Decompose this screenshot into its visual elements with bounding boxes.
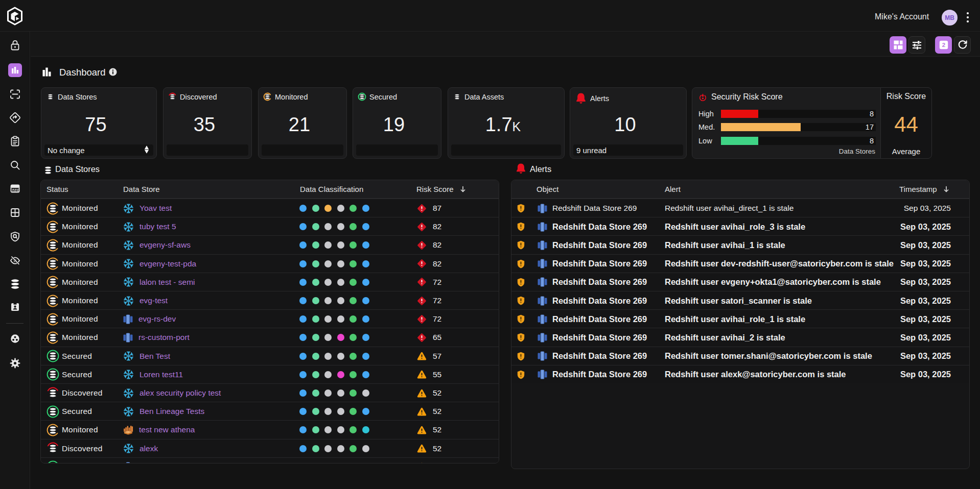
- svg-text:2: 2: [942, 42, 945, 48]
